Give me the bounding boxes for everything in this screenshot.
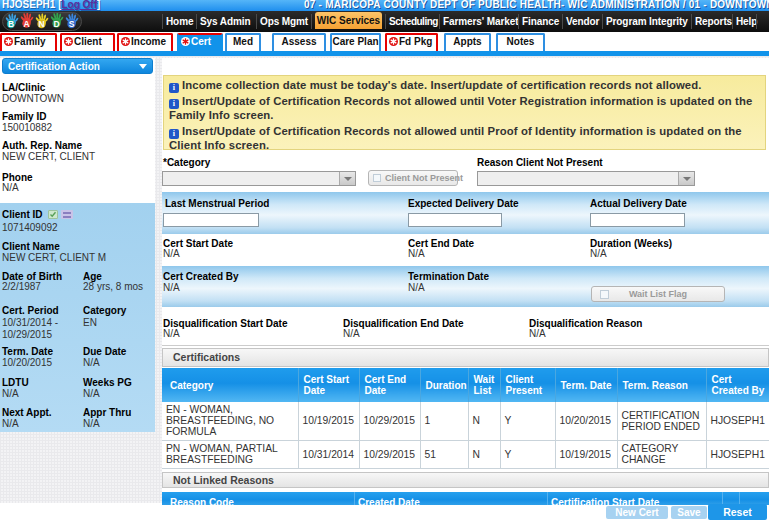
svg-text:A: A: [23, 19, 29, 29]
svg-text:S: S: [69, 19, 75, 29]
svg-text:B: B: [8, 19, 14, 29]
svg-text:N: N: [38, 19, 44, 29]
svg-text:D: D: [53, 19, 59, 29]
